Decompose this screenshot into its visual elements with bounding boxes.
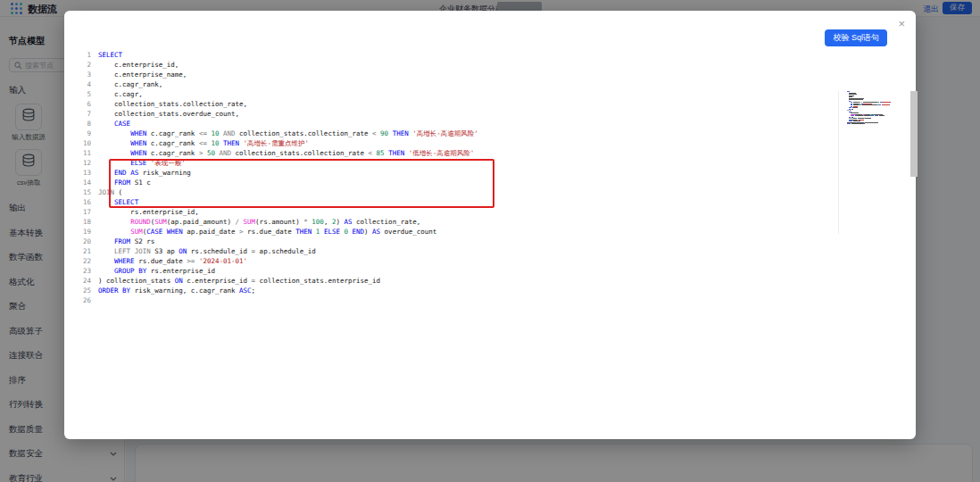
editor-minimap[interactable]: [847, 91, 899, 126]
code-line: c.enterprise_name,: [98, 70, 478, 79]
code-line: LEFT JOIN S3 ap ON rs.schedule_id = ap.s…: [98, 246, 478, 256]
line-number: 26: [79, 295, 91, 305]
code-line: SELECT: [98, 50, 478, 60]
code-line: ELSE '表现一般': [98, 158, 478, 168]
sql-code-editor[interactable]: 1234567891011121314151617181920212223242…: [79, 50, 905, 432]
sql-code: SELECT c.enterprise_id, c.enterprise_nam…: [98, 50, 478, 305]
code-line: JOIN (: [98, 187, 478, 197]
line-number: 24: [79, 276, 91, 286]
code-line: ROUND(SUM(ap.paid_amount) / SUM(rs.amoun…: [98, 217, 478, 227]
code-line: WHEN c.cagr_rank <= 10 AND collection_st…: [98, 129, 478, 138]
code-line: FROM S2 rs: [98, 237, 478, 246]
sql-editor-modal: × 校验 Sql语句 12345678910111213141516171819…: [64, 11, 916, 439]
code-line: [98, 295, 478, 305]
code-line: CASE: [98, 119, 478, 129]
line-number: 5: [79, 89, 91, 99]
code-line: c.enterprise_id,: [98, 60, 478, 70]
code-line: c.cagr_rank,: [98, 79, 478, 89]
line-number: 6: [79, 99, 91, 109]
line-number: 17: [79, 207, 91, 217]
line-number: 22: [79, 256, 91, 266]
line-number: 25: [79, 286, 91, 295]
line-number: 20: [79, 237, 91, 246]
code-line: SUM(CASE WHEN ap.paid_date > rs.due_date…: [98, 227, 478, 237]
line-number: 7: [79, 109, 91, 119]
code-line: c.cagr,: [98, 89, 478, 99]
line-number: 2: [79, 60, 91, 70]
line-number-gutter: 1234567891011121314151617181920212223242…: [79, 50, 91, 305]
line-number: 14: [79, 178, 91, 187]
line-number: 19: [79, 227, 91, 237]
validate-sql-button[interactable]: 校验 Sql语句: [825, 29, 887, 46]
code-line: END AS risk_warning: [98, 168, 478, 178]
editor-scrollbar[interactable]: [910, 91, 918, 177]
minimap-separator: [838, 91, 839, 234]
line-number: 11: [79, 148, 91, 158]
line-number: 8: [79, 119, 91, 129]
line-number: 9: [79, 129, 91, 138]
code-line: collection_stats.collection_rate,: [98, 99, 478, 109]
code-line: WHERE rs.due_date >= '2024-01-01': [98, 256, 478, 266]
code-line: ) collection_stats ON c.enterprise_id = …: [98, 276, 478, 286]
code-line: WHEN c.cagr_rank > 50 AND collection_sta…: [98, 148, 478, 158]
line-number: 3: [79, 70, 91, 79]
line-number: 23: [79, 266, 91, 276]
minimap-line: [847, 125, 899, 127]
code-line: collection_stats.overdue_count,: [98, 109, 478, 119]
line-number: 12: [79, 158, 91, 168]
line-number: 1: [79, 50, 91, 60]
code-line: ORDER BY risk_warning, c.cagr_rank ASC;: [98, 286, 478, 295]
line-number: 18: [79, 217, 91, 227]
code-line: FROM S1 c: [98, 178, 478, 187]
code-line: GROUP BY rs.enterprise_id: [98, 266, 478, 276]
code-line: SELECT: [98, 197, 478, 207]
close-icon[interactable]: ×: [898, 18, 905, 29]
line-number: 21: [79, 246, 91, 256]
line-number: 4: [79, 79, 91, 89]
line-number: 15: [79, 187, 91, 197]
code-line: rs.enterprise_id,: [98, 207, 478, 217]
line-number: 10: [79, 138, 91, 148]
line-number: 16: [79, 197, 91, 207]
code-line: WHEN c.cagr_rank <= 10 THEN '高增长-需重点维护': [98, 138, 478, 148]
line-number: 13: [79, 168, 91, 178]
